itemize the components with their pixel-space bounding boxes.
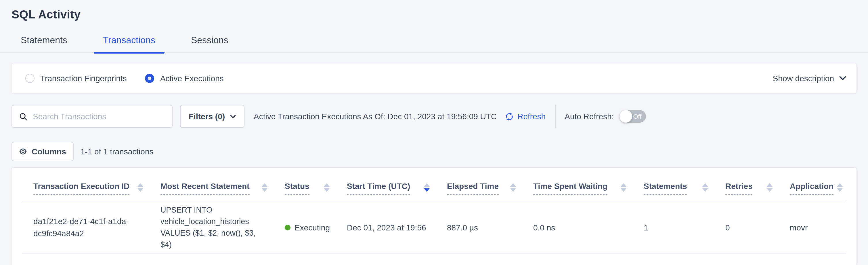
page-title: SQL Activity [11, 8, 857, 21]
chevron-down-icon [230, 114, 236, 118]
most-recent-statement: UPSERT INTO vehicle_location_histories V… [160, 205, 268, 250]
column-header-application[interactable]: Application [778, 168, 846, 202]
toolbar: Filters (0) Active Transaction Execution… [11, 105, 857, 128]
toggle-state-label: Off [633, 113, 646, 120]
radio-label: Active Executions [160, 74, 224, 83]
status-cell: Executing [285, 221, 330, 234]
transactions-table-card: Transaction Execution ID Most Recent Sta… [11, 168, 857, 265]
radio-transaction-fingerprints[interactable]: Transaction Fingerprints [25, 74, 127, 83]
gear-icon [19, 148, 27, 156]
table-row: da1f21e2-de71-4c1f-a1da-dc9fc94a84a2 UPS… [22, 202, 846, 253]
statements-count-cell: 1 [632, 202, 714, 253]
retries-count-cell: 0 [714, 202, 778, 253]
columns-button[interactable]: Columns [11, 142, 74, 161]
sql-activity-page: SQL Activity Statements Transactions Ses… [0, 0, 868, 265]
column-header-most-recent-statement[interactable]: Most Recent Statement [149, 168, 273, 202]
tab-bar: Statements Transactions Sessions [0, 32, 868, 53]
page-header: SQL Activity [0, 0, 868, 21]
radio-label: Transaction Fingerprints [40, 74, 127, 83]
transaction-execution-id-link[interactable]: da1f21e2-de71-4c1f-a1da-dc9fc94a84a2 [33, 215, 137, 240]
sort-arrows-icon [767, 183, 773, 192]
sort-arrows-icon [621, 183, 626, 192]
tab-transactions[interactable]: Transactions [94, 32, 164, 52]
auto-refresh-control: Auto Refresh: Off [565, 110, 646, 123]
status-dot-icon [285, 225, 290, 231]
search-box[interactable] [11, 105, 173, 128]
application-cell: movr [778, 202, 846, 253]
table-controls: Columns 1-1 of 1 transactions [11, 142, 857, 161]
vertical-divider [555, 105, 555, 128]
column-header-retries[interactable]: Retries [714, 168, 778, 202]
column-header-time-spent-waiting[interactable]: Time Spent Waiting [522, 168, 632, 202]
radio-circle-unselected [25, 74, 34, 83]
status-label: Executing [294, 221, 330, 234]
sort-arrows-icon [262, 183, 268, 192]
as-of-timestamp: Active Transaction Executions As Of: Dec… [254, 112, 497, 121]
sort-arrows-icon [324, 183, 330, 192]
column-header-start-time[interactable]: Start Time (UTC) [335, 168, 435, 202]
column-header-status[interactable]: Status [273, 168, 335, 202]
show-description-label: Show description [773, 74, 834, 83]
refresh-label: Refresh [518, 112, 546, 121]
tab-statements[interactable]: Statements [11, 32, 76, 52]
search-input[interactable] [33, 112, 165, 121]
sort-arrows-icon [510, 183, 516, 192]
refresh-icon [505, 112, 514, 121]
view-mode-card: Transaction Fingerprints Active Executio… [11, 63, 857, 93]
sort-arrows-icon [702, 183, 708, 192]
column-header-elapsed-time[interactable]: Elapsed Time [435, 168, 522, 202]
radio-active-executions[interactable]: Active Executions [145, 74, 224, 83]
filters-button[interactable]: Filters (0) [180, 105, 245, 128]
chevron-down-icon [839, 76, 846, 81]
elapsed-time-cell: 887.0 µs [435, 202, 522, 253]
results-count: 1-1 of 1 transactions [81, 147, 154, 156]
search-icon [19, 112, 28, 121]
start-time-cell: Dec 01, 2023 at 19:56 [335, 202, 435, 253]
auto-refresh-label: Auto Refresh: [565, 112, 614, 121]
time-spent-waiting-cell: 0.0 ns [522, 202, 632, 253]
show-description-toggle[interactable]: Show description [773, 74, 847, 83]
auto-refresh-toggle[interactable]: Off [620, 110, 646, 123]
radio-circle-selected [145, 74, 154, 83]
table-header-row: Transaction Execution ID Most Recent Sta… [22, 168, 846, 202]
columns-label: Columns [32, 147, 66, 156]
sort-arrows-icon [837, 183, 843, 192]
sort-arrows-icon [424, 183, 430, 192]
transactions-table: Transaction Execution ID Most Recent Sta… [22, 168, 846, 254]
column-header-statements[interactable]: Statements [632, 168, 714, 202]
refresh-button[interactable]: Refresh [505, 112, 546, 121]
column-header-transaction-execution-id[interactable]: Transaction Execution ID [22, 168, 149, 202]
tab-sessions[interactable]: Sessions [182, 32, 238, 52]
sort-arrows-icon [137, 183, 143, 192]
toggle-knob [620, 110, 632, 123]
filters-label: Filters (0) [189, 112, 225, 121]
